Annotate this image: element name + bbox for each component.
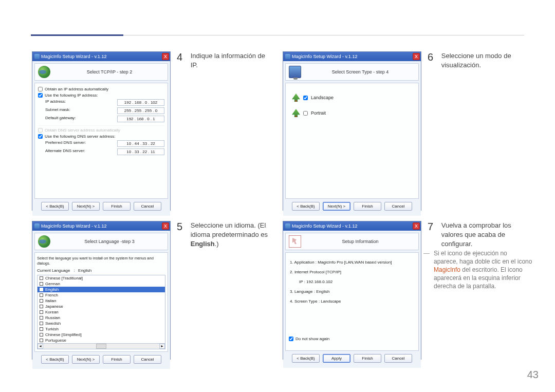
title-text: MagicInfo Setup Wizard - v.1.12 (41, 223, 106, 229)
language-item[interactable]: Turkish (38, 326, 165, 332)
auto-dns-checkbox-row: Obtain DNS server address automatically (38, 128, 164, 133)
finish-button[interactable]: Finish (354, 354, 381, 363)
ip-addr-input[interactable]: 192 . 168 . 0 . 102 (117, 99, 164, 106)
subnet-input[interactable]: 255 . 255 . 255 . 0 (117, 107, 164, 114)
portrait-option[interactable]: Portrait (292, 109, 412, 117)
close-icon[interactable]: X (413, 222, 420, 230)
language-item[interactable]: French (38, 292, 165, 298)
apply-button[interactable]: Apply (323, 354, 350, 363)
language-item[interactable]: Portuguese (38, 338, 165, 343)
use-dns-checkbox[interactable] (38, 134, 43, 139)
use-ip-checkbox[interactable] (38, 93, 43, 98)
wizard-step7: MagicInfo Setup Wizard - v.1.12 X Setup … (283, 221, 421, 360)
preferred-dns-input[interactable]: 10 . 44 . 33 . 22 (117, 140, 164, 147)
back-button[interactable]: < Back(B) (41, 202, 69, 211)
language-name: Chinese [Simplified] (45, 332, 82, 337)
finish-button[interactable]: Finish (103, 355, 131, 364)
back-button[interactable]: < Back(B) (292, 202, 320, 211)
auto-ip-checkbox-row[interactable]: Obtain an IP address automatically (38, 87, 164, 91)
scroll-thumb[interactable] (96, 344, 106, 349)
auto-ip-checkbox[interactable] (38, 87, 43, 91)
info-ip: IP : 192.168.0.102 (290, 278, 414, 286)
alternate-dns-input[interactable]: 10 . 33 . 22 . 11 (117, 148, 164, 155)
title-text: MagicInfo Setup Wizard - v.1.12 (292, 223, 357, 229)
portrait-checkbox[interactable] (303, 111, 308, 116)
scroll-right-icon[interactable]: ► (159, 344, 165, 349)
back-button[interactable]: < Back(B) (41, 355, 69, 364)
finish-button[interactable]: Finish (354, 202, 381, 211)
title-text: MagicInfo Setup Wizard - v.1.12 (41, 54, 106, 59)
header-panel: Select Language -step 3 (34, 233, 168, 250)
landscape-option[interactable]: Landscape (292, 94, 412, 102)
step-desc: Seleccione un modo de visualización. (441, 51, 524, 70)
use-dns-label: Use the following DNS server address: (45, 134, 115, 139)
back-button[interactable]: < Back(B) (292, 354, 320, 363)
window-title: MagicInfo Setup Wizard - v.1.12 (285, 54, 357, 59)
page-number: 43 (527, 369, 539, 381)
cancel-button[interactable]: Cancel (384, 354, 412, 363)
language-item[interactable]: Italian (38, 298, 165, 304)
portrait-label: Portrait (311, 110, 326, 116)
globe-icon (38, 66, 50, 78)
step-header: Select Screen Type - step 4 (305, 69, 415, 74)
tcpip-content: Obtain an IP address automatically Use t… (34, 83, 168, 199)
titlebar[interactable]: MagicInfo Setup Wizard - v.1.12 X (283, 52, 421, 61)
titlebar[interactable]: MagicInfo Setup Wizard - v.1.12 X (32, 52, 170, 61)
subnet-label: Subnet mask: (45, 107, 70, 114)
language-name: Italian (45, 298, 56, 303)
use-ip-label: Use the following IP address: (45, 93, 98, 98)
info-language: 3. Language : English (290, 288, 414, 296)
do-not-show-row[interactable]: Do not show again (289, 337, 415, 341)
language-name: French (45, 293, 58, 297)
h-scrollbar[interactable]: ◄ ► (37, 344, 165, 349)
do-not-show-checkbox[interactable] (289, 337, 293, 341)
ip-addr-label: IP address: (45, 99, 66, 106)
next-button[interactable]: Next(N) > (72, 355, 100, 364)
auto-ip-label: Obtain an IP address automatically (45, 87, 108, 91)
close-icon[interactable]: X (162, 53, 169, 60)
checkbox-icon (40, 276, 43, 280)
gateway-input[interactable]: 192 . 168 . 0 . 1 (117, 116, 164, 122)
alternate-dns-label: Alternate DNS server: (45, 148, 85, 155)
landscape-checkbox[interactable] (303, 96, 308, 100)
use-dns-checkbox-row[interactable]: Use the following DNS server address: (38, 134, 164, 139)
cancel-button[interactable]: Cancel (384, 202, 412, 211)
info-screen-type: 4. Screen Type : Landscape (290, 297, 414, 306)
close-icon[interactable]: X (162, 222, 169, 230)
step-desc: Indique la información de IP. (191, 51, 273, 70)
language-item[interactable]: German (38, 281, 165, 287)
language-item[interactable]: Korean (38, 309, 165, 315)
titlebar[interactable]: MagicInfo Setup Wizard - v.1.12 X (283, 221, 421, 231)
language-item[interactable]: Chinese [Simplified] (38, 332, 165, 338)
next-button[interactable]: Next(N) > (72, 202, 100, 211)
language-item[interactable]: Chinese [Traditional] (38, 275, 165, 281)
language-name: Chinese [Traditional] (45, 276, 83, 281)
titlebar[interactable]: MagicInfo Setup Wizard - v.1.12 X (32, 221, 170, 231)
cancel-button[interactable]: Cancel (134, 355, 161, 364)
language-listbox[interactable]: Chinese [Traditional]GermanEnglishFrench… (37, 275, 165, 344)
window-title: MagicInfo Setup Wizard - v.1.12 (34, 54, 106, 59)
language-name: Korean (45, 310, 59, 314)
app-icon (34, 223, 40, 229)
header-panel: Select Screen Type - step 4 (285, 63, 419, 81)
use-ip-checkbox-row[interactable]: Use the following IP address: (38, 93, 164, 98)
top-accent (31, 34, 123, 36)
language-item[interactable]: Russian (38, 315, 165, 321)
language-item[interactable]: Swedish (38, 321, 165, 326)
app-icon (285, 54, 290, 59)
next-button[interactable]: Next(N) > (323, 202, 350, 211)
language-name: Swedish (45, 321, 61, 326)
language-item[interactable]: English (38, 287, 165, 292)
language-name: Russian (45, 315, 60, 320)
cancel-button[interactable]: Cancel (134, 202, 161, 211)
wizard-step6: MagicInfo Setup Wizard - v.1.12 X Select… (283, 51, 421, 211)
checkbox-icon (40, 333, 43, 337)
language-item[interactable]: Japanese (38, 304, 165, 309)
window-title: MagicInfo Setup Wizard - v.1.12 (285, 223, 357, 229)
scroll-left-icon[interactable]: ◄ (38, 344, 43, 349)
finish-button[interactable]: Finish (103, 202, 131, 211)
do-not-show-label: Do not show again (295, 337, 329, 341)
close-icon[interactable]: X (413, 53, 420, 60)
wizard-step4: MagicInfo Setup Wizard - v.1.12 X Select… (32, 51, 171, 211)
magicinfo-note: Si el icono de ejecución no aparece, hag… (424, 249, 532, 290)
